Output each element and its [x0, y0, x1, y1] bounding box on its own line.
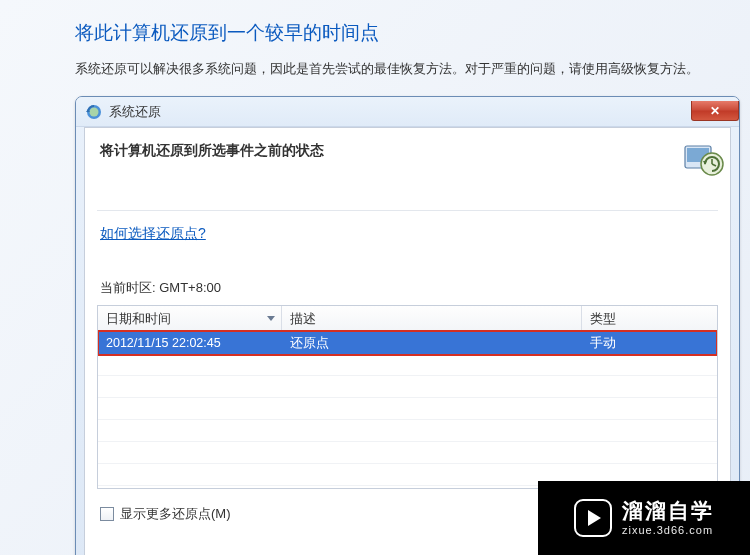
column-header-type[interactable]: 类型	[582, 306, 717, 331]
svg-point-1	[90, 107, 99, 116]
cell-datetime: 2012/11/15 22:02:45	[98, 332, 282, 354]
table-header: 日期和时间 描述 类型	[98, 306, 717, 332]
empty-grid	[98, 354, 717, 488]
checkbox[interactable]	[100, 507, 114, 521]
close-icon: ✕	[710, 104, 720, 118]
app-icon	[86, 104, 102, 120]
sort-desc-icon	[267, 316, 275, 321]
brand-name: 溜溜自学	[622, 498, 714, 524]
help-link[interactable]: 如何选择还原点?	[100, 225, 206, 241]
cell-type: 手动	[582, 332, 717, 354]
column-header-datetime[interactable]: 日期和时间	[98, 306, 282, 331]
cell-description: 还原点	[282, 332, 582, 354]
window-titlebar: 系统还原 ✕	[76, 97, 739, 127]
brand-url: zixue.3d66.com	[622, 524, 714, 538]
page-description: 系统还原可以解决很多系统问题，因此是首先尝试的最佳恢复方法。对于严重的问题，请使…	[75, 60, 750, 78]
show-more-label: 显示更多还原点(M)	[120, 505, 231, 523]
table-row[interactable]: 2012/11/15 22:02:45 还原点 手动	[98, 332, 717, 354]
play-icon	[574, 499, 612, 537]
column-header-description[interactable]: 描述	[282, 306, 582, 331]
restore-points-table: 日期和时间 描述 类型 2012/11/15 22:02:45 还原点 手动	[97, 305, 718, 489]
restore-icon	[681, 138, 725, 182]
window-title: 系统还原	[109, 103, 161, 121]
brand-overlay[interactable]: 溜溜自学 zixue.3d66.com	[538, 481, 750, 555]
section-title: 将计算机还原到所选事件之前的状态	[100, 142, 718, 160]
close-button[interactable]: ✕	[691, 101, 739, 121]
timezone-label: 当前时区: GMT+8:00	[100, 279, 718, 297]
page-heading: 将此计算机还原到一个较早的时间点	[75, 20, 750, 46]
